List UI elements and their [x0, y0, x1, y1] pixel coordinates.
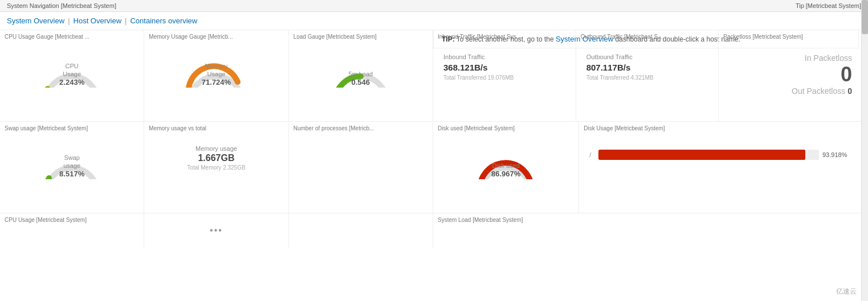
- empty-bottom-cell: [289, 213, 433, 248]
- disk-usage-bar-cell: Disk Usage [Metricbeat System] / 93.918%: [579, 122, 861, 213]
- outbound-traffic-title: Outbound Traffic [Metricbeat S...: [581, 34, 714, 40]
- num-processes-title: Number of processes [Metricb...: [294, 125, 428, 131]
- cpu-gauge-value: 2.243%: [38, 78, 106, 88]
- cpu-gauge-wrapper: CPUUsage 2.243%: [38, 48, 106, 88]
- system-topbar: System Navigation [Metricbeat System] Ti…: [0, 0, 868, 12]
- cpu-usage-bottom-title: CPU Usage [Metricbeat System]: [5, 217, 139, 223]
- memory-panel: Memory usage 1.667GB Total Memory 2.325G…: [149, 134, 283, 182]
- disk-bar-label: /: [589, 151, 595, 158]
- nav-containers-overview[interactable]: Containers overview: [130, 17, 197, 25]
- load-gauge-cell: Load Gauge [Metricbeat System] 5m Load 0…: [289, 30, 433, 121]
- three-dots: •••: [210, 225, 223, 236]
- outbound-traffic-cell: Outbound Traffic [Metricbeat S... Outbou…: [576, 30, 719, 121]
- inbound-sub: Total Transferred 19.076MB: [443, 75, 514, 81]
- outbound-sub: Total Transferred 4.321MB: [586, 75, 654, 81]
- right-topbar-label: Tip [Metricbeat System]: [796, 2, 861, 9]
- scrollbar-thumb[interactable]: [862, 0, 868, 34]
- memory-sub: Total Memory 2.325GB: [187, 164, 245, 171]
- packetloss-cell: Packetloss [Metricbeat System] In Packet…: [719, 30, 861, 121]
- disk-used-gauge-text: Disk used 86.967%: [472, 162, 540, 179]
- nav-host-overview[interactable]: Host Overview: [74, 17, 122, 25]
- disk-bar-row: / 93.918%: [589, 150, 851, 160]
- pkt-in-value: 0: [728, 63, 852, 86]
- outbound-traffic-panel: Outbound Traffic 807.117B/s Total Transf…: [581, 42, 714, 92]
- left-topbar-label: System Navigation [Metricbeat System]: [7, 2, 116, 9]
- cpu-usage-bottom-cell: CPU Usage [Metricbeat System]: [0, 213, 144, 248]
- swap-gauge-title: Swap usage [Metricbeat System]: [5, 125, 139, 131]
- pkt-in-label: In Packetloss: [728, 53, 852, 63]
- swap-gauge-cell: Swap usage [Metricbeat System] Swapusage…: [0, 122, 144, 213]
- scrollbar[interactable]: [861, 0, 868, 248]
- cpu-gauge-cell: CPU Usage Gauge [Metricbeat ... CPUUsage…: [0, 30, 144, 121]
- load-gauge-text: 5m Load 0.546: [327, 70, 395, 88]
- disk-used-gauge-container: Disk used 86.967%: [438, 134, 574, 185]
- load-gauge-value: 0.546: [327, 78, 395, 88]
- disk-used-gauge-wrapper: Disk used 86.967%: [472, 139, 540, 179]
- mem-vs-total-cell: Memory usage vs total Memory usage 1.667…: [144, 122, 288, 213]
- inbound-value: 368.121B/s: [443, 63, 488, 72]
- disk-used-cell: Disk used [Metricbeat System] Disk used …: [433, 122, 579, 213]
- load-gauge-container: 5m Load 0.546: [294, 42, 428, 93]
- mem-vs-total-title: Memory usage vs total: [149, 125, 283, 131]
- packetloss-title: Packetloss [Metricbeat System]: [723, 34, 857, 40]
- system-load-title: System Load [Metricbeat System]: [438, 217, 857, 223]
- swap-gauge-text: Swapusage 8.517%: [38, 154, 106, 179]
- memory-gauge-container: MemoryUsage 71.724%: [149, 42, 283, 93]
- disk-bar-track: [598, 150, 819, 160]
- inbound-traffic-panel: Inbound Traffic 368.121B/s Total Transfe…: [438, 42, 571, 92]
- inbound-traffic-cell: Inbound Traffic [Metricbeat Sys... Inbou…: [433, 30, 576, 121]
- memory-gauge-text: MemoryUsage 71.724%: [182, 62, 250, 88]
- cpu-gauge-text: CPUUsage 2.243%: [38, 62, 106, 88]
- swap-gauge-value: 8.517%: [38, 170, 106, 179]
- nav-sep-1: |: [68, 17, 70, 25]
- disk-usage-bar-title: Disk Usage [Metricbeat System]: [584, 125, 857, 131]
- cpu-gauge-title: CPU Usage Gauge [Metricbeat ...: [5, 34, 139, 40]
- memory-gauge-cell: Memory Usage Gauge [Metricb... MemoryUsa…: [144, 30, 288, 121]
- swap-gauge-container: Swapusage 8.517%: [5, 134, 139, 185]
- disk-bar-fill: [598, 150, 805, 160]
- load-gauge-title: Load Gauge [Metricbeat System]: [294, 34, 428, 40]
- memory-label: Memory usage: [195, 145, 237, 152]
- memory-gauge-value: 71.724%: [182, 78, 250, 88]
- disk-used-title: Disk used [Metricbeat System]: [438, 125, 574, 131]
- memory-gauge-title: Memory Usage Gauge [Metricb...: [149, 34, 283, 40]
- swap-gauge-wrapper: Swapusage 8.517%: [38, 139, 106, 179]
- dots-cell: •••: [144, 213, 288, 248]
- nav-sep-2: |: [125, 17, 127, 25]
- nav-system-overview[interactable]: System Overview: [7, 17, 64, 25]
- pkt-out-value: 0: [847, 86, 852, 96]
- memory-gauge-wrapper: MemoryUsage 71.724%: [182, 48, 250, 88]
- load-gauge-wrapper: 5m Load 0.546: [327, 48, 395, 88]
- cpu-gauge-container: CPUUsage 2.243%: [5, 42, 139, 93]
- pkt-out-row: Out Packetloss 0: [728, 86, 852, 96]
- outbound-label: Outbound Traffic: [586, 53, 633, 60]
- disk-usage-panel: / 93.918%: [584, 134, 857, 171]
- disk-bar-pct: 93.918%: [822, 151, 851, 158]
- memory-value: 1.667GB: [198, 153, 234, 163]
- packetloss-panel: In Packetloss 0 Out Packetloss 0: [723, 42, 857, 107]
- inbound-label: Inbound Traffic: [443, 53, 485, 60]
- nav-bar: System Overview | Host Overview | Contai…: [0, 12, 868, 30]
- inbound-traffic-title: Inbound Traffic [Metricbeat Sys...: [438, 34, 571, 40]
- pkt-out-label: Out Packetloss: [792, 86, 845, 96]
- num-processes-cell: Number of processes [Metricb...: [289, 122, 433, 213]
- outbound-value: 807.117B/s: [586, 63, 631, 72]
- disk-used-gauge-value: 86.967%: [472, 170, 540, 179]
- system-load-cell: System Load [Metricbeat System]: [433, 213, 861, 248]
